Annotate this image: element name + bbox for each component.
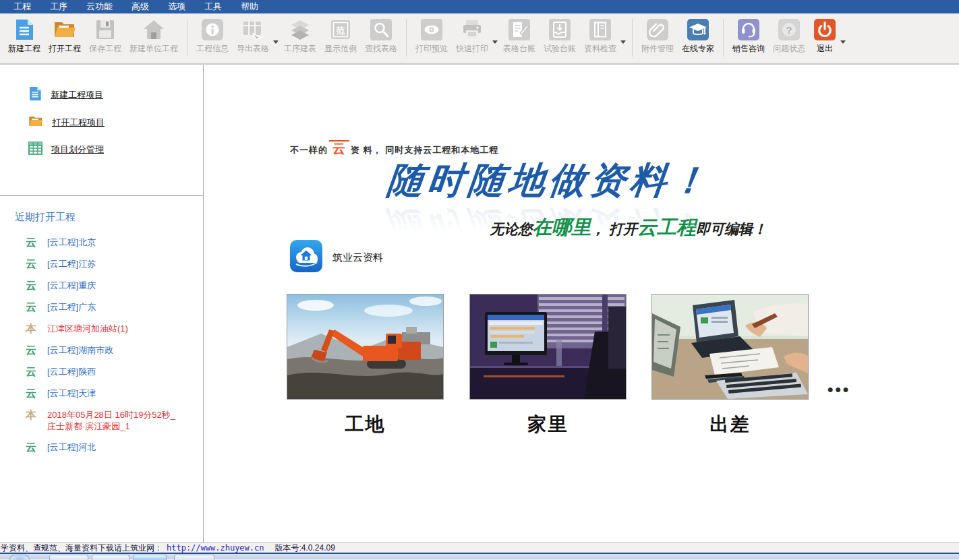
paperclip-icon [646,18,669,41]
local-badge-icon: 本 [26,323,36,335]
recent-project-item[interactable]: 云 [云工程]河北 [0,437,203,458]
recent-project-item[interactable]: 云 [云工程]湖南市政 [0,340,203,361]
scene-home: 家里 [469,294,627,437]
power-icon [813,18,836,41]
main-toolbar: 新建工程 打开工程 保存工程 新建单位工程 [0,13,959,64]
eye-icon [420,18,443,41]
version-label: 版本号:4.0.24.09 [275,542,335,554]
headset-icon [737,18,760,41]
printer-icon [461,18,484,41]
sidebar-new-project-link[interactable]: 新建工程项目 [0,81,203,109]
toolbar-separator [187,19,187,57]
sidebar-open-project-link[interactable]: 打开工程项目 [0,109,203,136]
local-badge-icon: 本 [26,409,36,421]
more-ellipsis-icon: ••• [827,380,850,399]
new-unit-project-button[interactable]: 新建单位工程 [125,16,182,56]
cloud-badge-icon: 云 [26,441,36,454]
menu-bar: 工程 工序 云功能 高级 选项 工具 帮助 [0,0,959,13]
grid-table-icon [28,142,42,158]
home-image [469,294,627,400]
cloud-badge-icon: 云 [26,280,36,292]
export-table-icon [241,18,264,41]
new-project-icon [13,18,36,41]
scene-trip: 出差 [651,294,809,437]
scene-caption: 家里 [469,412,627,437]
quick-print-button[interactable]: 快速打印 [452,16,492,56]
data-check-button[interactable]: 资料检查 [580,16,620,56]
zhuye-website-link[interactable]: http://www.zhuyew.cn [167,543,264,553]
save-disk-icon [94,18,117,41]
scene-worksite: 工地 [287,294,444,437]
info-icon [201,18,224,41]
recent-project-item[interactable]: 云 [云工程]重庆 [0,275,203,297]
project-info-button[interactable]: 工程信息 [192,16,233,56]
show-sample-button[interactable]: 范 显示范例 [320,16,361,56]
recent-project-item[interactable]: 云 [云工程]天津 [0,383,203,404]
graduation-cap-icon [687,18,709,41]
recent-projects-header: 近期打开工程 [0,196,203,226]
menu-advanced[interactable]: 高级 [122,0,158,13]
taskbar-window-button[interactable] [133,555,167,560]
find-table-button[interactable]: 查找表格 [361,16,401,56]
question-icon: ? [778,18,801,41]
left-sidebar: 新建工程项目 打开工程项目 项目划分管理 近期打开工程 云 [云工程]北京 [0,65,204,542]
open-folder-icon [53,18,76,41]
layers-icon [289,18,312,41]
export-table-button[interactable]: 导出表格 [233,16,273,56]
new-project-button[interactable]: 新建工程 [4,16,45,56]
menu-help[interactable]: 帮助 [231,0,268,13]
cloud-badge-icon: 云 [26,237,36,249]
recent-project-item[interactable]: 云 [云工程]陕西 [0,361,203,383]
taskbar-window-button[interactable] [49,555,88,560]
open-project-button[interactable]: 打开工程 [45,16,85,56]
exit-dropdown-arrow[interactable] [840,40,846,44]
toolbar-separator [723,19,724,57]
main-welcome-panel: 不一样的云资 料， 同时支持云工程和本地工程 随时随地做资料！ 随时随地做资料！… [204,65,959,542]
recent-project-item[interactable]: 本 2018年05月28日 16时19分52秒_庄士新都·滨江豪园_1 [0,404,203,437]
scene-caption: 出差 [651,412,809,437]
status-bar: 学资料、查规范、海量资料下载请上筑业网： http://www.zhuyew.c… [0,542,959,553]
status-message: 学资料、查规范、海量资料下载请上筑业网： [1,542,163,554]
quick-print-dropdown-arrow[interactable] [492,40,498,44]
issue-status-button[interactable]: ? 问题状态 [769,16,809,56]
clipboard-download-icon [548,18,571,41]
menu-options[interactable]: 选项 [158,0,195,13]
menu-process[interactable]: 工序 [40,0,77,13]
brand-row: 筑业云资料 [290,240,383,275]
tagline: 不一样的云资 料， 同时支持云工程和本地工程 [290,140,498,158]
start-button[interactable] [9,555,30,560]
house-icon [142,18,165,41]
cloud-char-accent: 云 [329,140,349,156]
menu-cloud-functions[interactable]: 云功能 [77,0,122,13]
table-ledger-button[interactable]: 表格台账 [499,16,540,56]
online-expert-button[interactable]: 在线专家 [678,16,718,56]
search-icon [370,18,393,41]
export-table-dropdown-arrow[interactable] [273,40,279,44]
attachment-manager-button[interactable]: 附件管理 [637,16,678,56]
test-ledger-button[interactable]: 试验台账 [540,16,580,56]
exit-button[interactable]: 退出 [809,16,840,56]
os-taskbar-sliver [0,553,959,559]
menu-tools[interactable]: 工具 [195,0,231,13]
recent-project-item[interactable]: 云 [云工程]江苏 [0,253,203,275]
open-folder-icon [28,115,43,131]
process-table-button[interactable]: 工序建表 [280,16,320,56]
save-project-button[interactable]: 保存工程 [85,16,125,56]
data-check-dropdown-arrow[interactable] [620,40,626,44]
taskbar-window-button[interactable] [92,555,129,560]
headline-banner: 随时随地做资料！ [384,156,956,206]
sidebar-project-division-link[interactable]: 项目划分管理 [0,136,203,163]
print-preview-button[interactable]: 打印预览 [411,16,452,56]
menu-project[interactable]: 工程 [4,0,40,13]
worksite-image [287,294,444,400]
document-edit-icon [508,18,531,41]
recent-project-item[interactable]: 本 江津区塘河加油站(1) [0,318,203,340]
sales-consult-button[interactable]: 销售咨询 [728,16,769,56]
recent-project-item[interactable]: 云 [云工程]北京 [0,232,203,253]
taskbar-window-button[interactable] [174,555,214,560]
sub-headline: 无论您在哪里， 打开云工程即可编辑！ [204,214,767,241]
new-doc-icon [28,86,42,104]
recent-project-item[interactable]: 云 [云工程]广东 [0,297,203,318]
recent-projects-list: 云 [云工程]北京 云 [云工程]江苏 云 [云工程]重庆 云 [云工程]广东 … [0,226,203,458]
toolbar-separator [406,19,407,57]
